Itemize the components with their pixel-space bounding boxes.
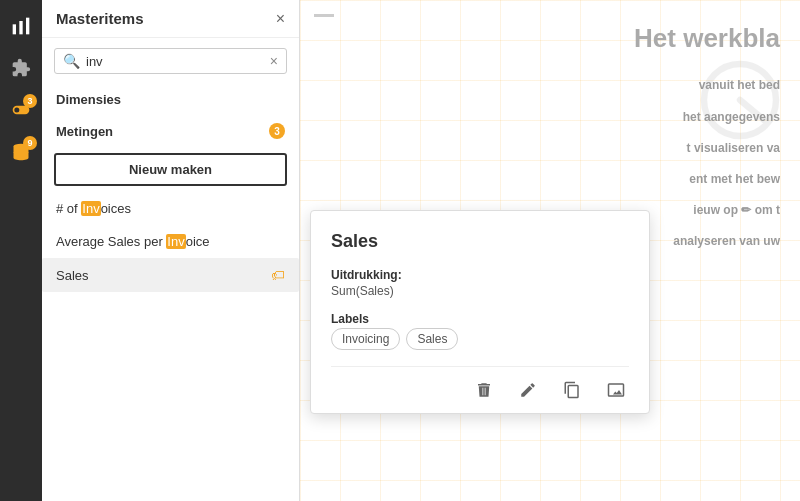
popup-title: Sales: [331, 231, 629, 252]
top-dash-decoration: [314, 14, 334, 17]
tag-link-icon-item[interactable]: 3: [3, 92, 39, 128]
popup-expression-value: Sum(Sales): [331, 284, 629, 298]
popup-expression-label: Uitdrukking:: [331, 268, 629, 282]
tag-sales: Sales: [406, 328, 458, 350]
tag-link-badge: 3: [23, 94, 37, 108]
popup-tags: Invoicing Sales: [331, 328, 629, 350]
sidebar-panel: Masteritems × 🔍 × Dimensies Metingen 3 N…: [42, 0, 300, 501]
list-item-sales[interactable]: Sales 🏷: [42, 258, 299, 292]
image-action-button[interactable]: [603, 377, 629, 403]
svg-rect-0: [13, 24, 16, 34]
search-icon: 🔍: [63, 53, 80, 69]
popup-card: Sales Uitdrukking: Sum(Sales) Labels Inv…: [310, 210, 650, 414]
highlight-inv-1: Inv: [81, 201, 100, 216]
popup-actions: [331, 366, 629, 413]
sidebar-title: Masteritems: [56, 10, 144, 27]
copy-action-button[interactable]: [559, 377, 585, 403]
database-badge: 9: [23, 136, 37, 150]
list-item-avg-sales[interactable]: Average Sales per Invoice: [42, 225, 299, 258]
edit-action-button[interactable]: [515, 377, 541, 403]
svg-rect-2: [26, 18, 29, 35]
list-item-sales-text: Sales: [56, 268, 89, 283]
svg-rect-1: [19, 21, 22, 34]
database-icon-item[interactable]: 9: [3, 134, 39, 170]
popup-labels-label: Labels: [331, 312, 629, 326]
puzzle-icon-item[interactable]: [3, 50, 39, 86]
sidebar-close-button[interactable]: ×: [276, 11, 285, 27]
metingen-badge: 3: [269, 123, 285, 139]
metingen-section-header[interactable]: Metingen 3: [42, 115, 299, 147]
new-button[interactable]: Nieuw maken: [54, 153, 287, 186]
search-clear-button[interactable]: ×: [270, 53, 278, 69]
search-box: 🔍 ×: [54, 48, 287, 74]
metingen-label: Metingen: [56, 124, 113, 139]
list-item-invoices[interactable]: # of Invoices: [42, 192, 299, 225]
main-title: Het werkbla: [470, 20, 780, 56]
search-input[interactable]: [86, 54, 264, 69]
list-item-invoices-text: # of Invoices: [56, 201, 131, 216]
icon-bar: 3 9: [0, 0, 42, 501]
sidebar-header: Masteritems ×: [42, 0, 299, 38]
dimensies-section-header[interactable]: Dimensies: [42, 84, 299, 115]
dimensies-label: Dimensies: [56, 92, 121, 107]
delete-action-button[interactable]: [471, 377, 497, 403]
chart-icon-item[interactable]: [3, 8, 39, 44]
highlight-inv-2: Inv: [166, 234, 185, 249]
main-content: Het werkbla vanuit het bed het aangegeve…: [300, 0, 800, 501]
list-item-avg-sales-text: Average Sales per Invoice: [56, 234, 210, 249]
sales-tag-icon: 🏷: [271, 267, 285, 283]
tag-invoicing: Invoicing: [331, 328, 400, 350]
